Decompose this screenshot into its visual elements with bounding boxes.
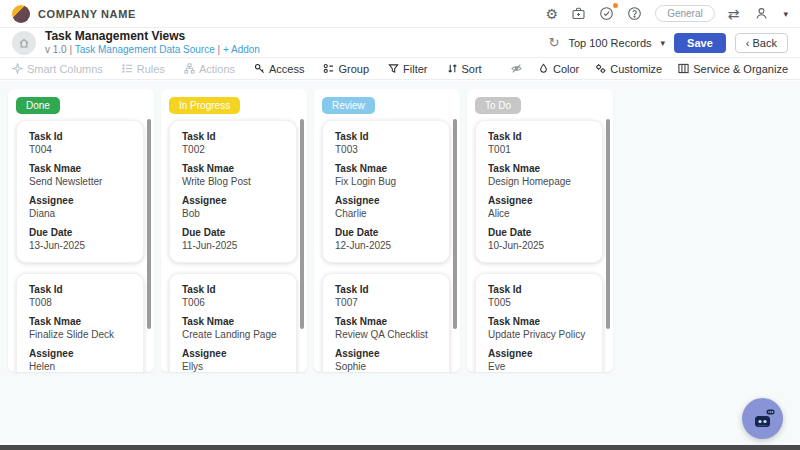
column-status-badge: Review	[322, 97, 375, 114]
column-scrollbar[interactable]	[147, 119, 151, 329]
home-icon[interactable]	[12, 31, 36, 55]
refresh-icon[interactable]: ↻	[548, 35, 559, 50]
task-card[interactable]: Task IdT007 Task NmaeReview QA Checklist…	[322, 273, 450, 372]
tasks-check-icon[interactable]	[599, 6, 614, 21]
access-button[interactable]: Access	[254, 63, 304, 75]
breadcrumb: v 1.0 | Task Management Data Source | + …	[45, 44, 260, 56]
notification-badge	[613, 3, 618, 8]
settings-gear-icon[interactable]: ⚙	[546, 7, 559, 21]
filter-button[interactable]: Filter	[388, 63, 427, 75]
sort-icon	[447, 63, 458, 74]
chatbot-fab-button[interactable]	[742, 398, 783, 439]
color-droplet-icon	[538, 63, 549, 74]
column-status-badge: Done	[16, 97, 60, 114]
task-card[interactable]: Task IdT001 Task NmaeDesign Homepage Ass…	[475, 120, 603, 263]
view-toolbar: Smart Columns Rules Actions Access Group…	[0, 58, 800, 80]
column-todo: To Do Task IdT001 Task NmaeDesign Homepa…	[467, 89, 613, 372]
toolbox-icon[interactable]	[571, 6, 586, 21]
service-organize-button[interactable]: Service & Organize	[678, 63, 788, 75]
page-title: Task Management Views	[45, 29, 260, 44]
help-icon[interactable]	[627, 6, 642, 21]
actions-button[interactable]: Actions	[184, 63, 235, 75]
rules-button[interactable]: Rules	[122, 63, 165, 75]
column-done: Done Task IdT004 Task NmaeSend Newslette…	[8, 89, 154, 372]
task-card[interactable]: Task IdT006 Task NmaeCreate Landing Page…	[169, 273, 297, 372]
column-scrollbar[interactable]	[300, 119, 304, 329]
actions-icon	[184, 63, 195, 74]
columns-icon	[678, 63, 689, 74]
color-button[interactable]: Color	[538, 63, 579, 75]
version-label: v 1.0	[45, 44, 67, 55]
task-card[interactable]: Task IdT002 Task NmaeWrite Blog Post Ass…	[169, 120, 297, 263]
smart-columns-button[interactable]: Smart Columns	[12, 63, 103, 75]
company-name: COMPANY NAME	[38, 8, 136, 20]
column-scrollbar[interactable]	[606, 119, 610, 329]
bottom-window-edge	[0, 445, 800, 450]
profile-caret-icon[interactable]: ▾	[783, 9, 788, 19]
column-in-progress: In Progress Task IdT002 Task NmaeWrite B…	[161, 89, 307, 372]
back-button[interactable]: ‹ Back	[735, 33, 788, 53]
sort-button[interactable]: Sort	[447, 63, 482, 75]
task-card[interactable]: Task IdT008 Task NmaeFinalize Slide Deck…	[16, 273, 144, 372]
customize-gears-icon	[595, 63, 606, 74]
column-status-badge: To Do	[475, 97, 521, 114]
chatbot-icon	[750, 406, 776, 432]
column-review: Review Task IdT003 Task NmaeFix Login Bu…	[314, 89, 460, 372]
records-dropdown[interactable]: Top 100 Records	[568, 37, 651, 49]
swap-arrows-icon[interactable]: ⇄	[728, 7, 740, 21]
group-button[interactable]: Group	[323, 63, 369, 75]
view-header: Task Management Views v 1.0 | Task Manag…	[0, 28, 800, 58]
task-card[interactable]: Task IdT003 Task NmaeFix Login Bug Assig…	[322, 120, 450, 263]
group-icon	[323, 63, 334, 74]
smart-columns-icon	[12, 63, 23, 74]
access-key-icon	[254, 63, 265, 74]
filter-funnel-icon	[388, 63, 399, 74]
workspace-selector[interactable]: General	[655, 5, 715, 22]
company-logo-icon	[12, 5, 30, 23]
records-caret-icon[interactable]: ▾	[661, 38, 666, 48]
datasource-link[interactable]: Task Management Data Source	[75, 44, 215, 55]
save-button[interactable]: Save	[674, 33, 726, 53]
user-avatar-icon[interactable]	[752, 5, 770, 23]
rules-icon	[122, 63, 133, 74]
hide-fields-button[interactable]	[511, 63, 522, 74]
eye-off-icon	[511, 63, 522, 74]
customize-button[interactable]: Customize	[595, 63, 662, 75]
top-bar: COMPANY NAME ⚙ General ⇄ ▾	[0, 0, 800, 28]
column-status-badge: In Progress	[169, 97, 240, 114]
column-scrollbar[interactable]	[453, 119, 457, 329]
addon-link[interactable]: + Addon	[223, 44, 260, 55]
kanban-board: Done Task IdT004 Task NmaeSend Newslette…	[0, 81, 800, 445]
task-card[interactable]: Task IdT005 Task NmaeUpdate Privacy Poli…	[475, 273, 603, 372]
task-card[interactable]: Task IdT004 Task NmaeSend Newsletter Ass…	[16, 120, 144, 263]
